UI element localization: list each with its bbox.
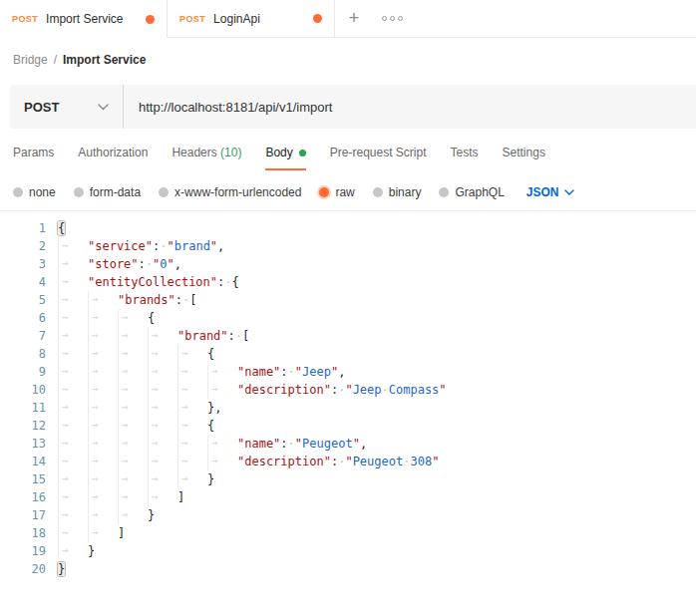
tab-whitespace-icon: [58, 542, 88, 560]
code-line[interactable]: 13"name":·"Peugeot",: [0, 435, 696, 453]
code-line[interactable]: 2"service":·"brand",: [0, 237, 696, 255]
code-line[interactable]: 1{: [0, 219, 696, 237]
request-tabs: Params Authorization Headers (10) Body P…: [0, 146, 696, 170]
code-line[interactable]: 3"store":·"0",: [0, 255, 696, 273]
token-k: "description": [237, 455, 331, 468]
breadcrumb-separator: /: [54, 53, 57, 67]
token-k: "store": [88, 257, 139, 271]
more-options-icon[interactable]: [373, 0, 411, 37]
token-k: "description": [237, 383, 331, 397]
code-line[interactable]: 4"entityCollection":·{: [0, 273, 696, 291]
radio-form-data[interactable]: form-data: [74, 185, 141, 199]
token-v: brand: [174, 239, 210, 253]
radio-binary[interactable]: binary: [373, 185, 422, 199]
code-line[interactable]: 18]: [0, 524, 696, 542]
line-number: 18: [0, 524, 46, 542]
code-line[interactable]: 20}: [0, 560, 696, 578]
line-content: {: [58, 345, 214, 363]
token-d: ·: [288, 365, 295, 379]
code-line[interactable]: 6{: [0, 309, 696, 327]
token-v: Compass: [389, 383, 440, 397]
tab-whitespace-icon: [58, 381, 88, 399]
tab-whitespace-icon: [88, 435, 118, 453]
line-content: ]: [58, 524, 125, 542]
token-d: ·: [224, 275, 231, 289]
tab-tests[interactable]: Tests: [451, 146, 479, 170]
token-p: {: [148, 311, 155, 325]
token-q: ": [168, 257, 174, 271]
code-line[interactable]: 14"description":·"Peugeot·308": [0, 453, 696, 470]
tab-authorization[interactable]: Authorization: [78, 146, 148, 170]
token-k: "service": [88, 239, 153, 253]
line-number: 15: [0, 470, 46, 488]
tab-pre-request-script[interactable]: Pre-request Script: [330, 146, 427, 170]
tab-whitespace-icon: [58, 506, 88, 524]
code-line[interactable]: 8{: [0, 345, 696, 363]
url-input[interactable]: http://localhost:8181/api/v1/import: [124, 85, 696, 129]
line-content: "name":·"Jeep",: [58, 363, 345, 381]
method-badge: POST: [12, 14, 38, 24]
body-editor[interactable]: 1{2"service":·"brand",3"store":·"0",4"en…: [0, 211, 696, 578]
tab-whitespace-icon: [177, 453, 207, 470]
method-dropdown[interactable]: POST: [10, 85, 123, 129]
line-number: 8: [0, 345, 46, 363]
radio-icon: [159, 187, 169, 197]
language-dropdown[interactable]: JSON: [526, 185, 574, 199]
code-line[interactable]: 16]: [0, 488, 696, 506]
code-line[interactable]: 9"name":·"Jeep",: [0, 363, 696, 381]
tab-whitespace-icon: [148, 399, 177, 417]
window-tab-import-service[interactable]: POST Import Service: [0, 0, 168, 38]
tab-whitespace-icon: [118, 453, 148, 470]
unsaved-changes-dot: [146, 15, 155, 24]
tab-whitespace-icon: [58, 435, 88, 453]
tab-settings[interactable]: Settings: [503, 146, 545, 170]
radio-none[interactable]: none: [13, 185, 56, 199]
language-dropdown-value: JSON: [526, 185, 559, 199]
token-k: "name": [237, 437, 280, 451]
radio-graphql[interactable]: GraphQL: [439, 185, 504, 199]
token-p: :: [228, 329, 235, 343]
token-v: 0: [160, 257, 167, 271]
token-d: ·: [288, 437, 295, 451]
token-k: "entityCollection": [88, 275, 217, 289]
tab-whitespace-icon: [148, 470, 177, 488]
tab-body[interactable]: Body: [265, 146, 305, 170]
tab-whitespace-icon: [118, 309, 148, 327]
code-line[interactable]: 5"brands":·[: [0, 291, 696, 309]
code-line[interactable]: 11},: [0, 399, 696, 417]
tab-whitespace-icon: [118, 470, 148, 488]
code-line[interactable]: 7"brand":·[: [0, 327, 696, 345]
tab-whitespace-icon: [88, 327, 118, 345]
tab-whitespace-icon: [58, 291, 88, 309]
tab-params[interactable]: Params: [13, 146, 54, 170]
line-number: 19: [0, 542, 46, 560]
code-line[interactable]: 10"description":·"Jeep·Compass": [0, 381, 696, 399]
token-q: ": [295, 365, 302, 379]
tab-whitespace-icon: [177, 381, 207, 399]
token-q: ": [168, 239, 174, 253]
method-dropdown-value: POST: [24, 100, 59, 115]
line-number: 2: [0, 237, 46, 255]
radio-icon: [439, 187, 449, 197]
unsaved-changes-dot: [313, 14, 322, 23]
tab-whitespace-icon: [118, 345, 148, 363]
tab-whitespace-icon: [118, 435, 148, 453]
radio-icon-selected: [319, 187, 329, 197]
tab-whitespace-icon: [58, 417, 88, 435]
new-tab-button[interactable]: +: [335, 0, 373, 37]
token-d: ·: [235, 329, 242, 343]
code-line[interactable]: 12{: [0, 417, 696, 435]
radio-x-www-form-urlencoded[interactable]: x-www-form-urlencoded: [159, 185, 301, 199]
tab-bar: POST Import Service POST LoginApi +: [0, 0, 696, 38]
window-tab-loginapi[interactable]: POST LoginApi: [168, 0, 335, 37]
line-number: 17: [0, 506, 46, 524]
breadcrumb-collection[interactable]: Bridge: [13, 53, 48, 67]
code-line[interactable]: 17}: [0, 506, 696, 524]
radio-raw[interactable]: raw: [319, 185, 354, 199]
code-line[interactable]: 19}: [0, 542, 696, 560]
window-tab-title: LoginApi: [213, 12, 260, 26]
tab-headers[interactable]: Headers (10): [172, 146, 241, 170]
radio-icon: [373, 187, 383, 197]
code-line[interactable]: 15}: [0, 470, 696, 488]
tab-whitespace-icon: [58, 309, 88, 327]
